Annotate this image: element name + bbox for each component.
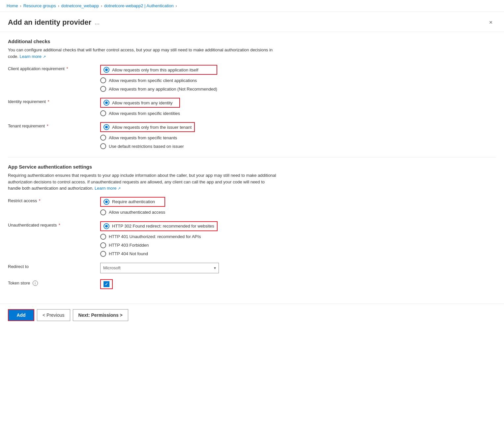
restrict-access-label-2: Allow unauthenticated access (109, 210, 165, 215)
client-application-label: Client application requirement * (8, 65, 100, 71)
app-service-desc: Requiring authentication ensures that re… (8, 172, 278, 192)
restrict-access-radio-2[interactable] (100, 209, 106, 215)
tenant-requirement-label: Tenant requirement * (8, 122, 100, 128)
required-marker-4: * (38, 198, 41, 203)
identity-req-radio-2[interactable] (100, 110, 106, 116)
restrict-access-options: Require authentication Allow unauthentic… (100, 197, 165, 215)
unauthenticated-requests-options: HTTP 302 Found redirect: recommended for… (100, 221, 218, 257)
unauth-req-option-4[interactable]: HTTP 404 Not found (100, 251, 218, 257)
unauth-req-option-3[interactable]: HTTP 403 Forbidden (100, 242, 218, 248)
tenant-req-label-3: Use default restrictions based on issuer (109, 144, 184, 149)
redirect-to-row: Redirect to Microsoft ▾ (8, 263, 496, 273)
page-container: Home › Resource groups › dotnetcore_weba… (0, 0, 504, 432)
redirect-to-value: Microsoft (103, 265, 121, 270)
unauth-req-radio-3[interactable] (100, 242, 106, 248)
section-divider (8, 157, 496, 157)
unauth-req-label-4: HTTP 404 Not found (109, 251, 148, 256)
tenant-req-radio-1[interactable] (104, 124, 109, 130)
token-store-label: Token store i (8, 279, 100, 286)
tenant-requirement-options: Allow requests only from the issuer tena… (100, 122, 195, 149)
panel-header: Add an identity provider ... × (0, 12, 504, 32)
client-app-radio-3[interactable] (100, 86, 106, 92)
chevron-down-icon: ▾ (214, 266, 216, 270)
client-app-label-3: Allow requests from any application (Not… (109, 87, 217, 92)
identity-requirement-options: Allow requests from any identity Allow r… (100, 98, 180, 116)
breadcrumb-bar: Home › Resource groups › dotnetcore_weba… (0, 0, 504, 12)
unauth-req-label-2: HTTP 401 Unauthorized: recommended for A… (109, 234, 201, 239)
client-app-label-1: Allow requests only from this applicatio… (112, 68, 198, 72)
external-link-icon-2: ↗ (118, 186, 121, 190)
client-app-option-3[interactable]: Allow requests from any application (Not… (100, 86, 217, 92)
required-marker: * (65, 66, 68, 71)
tenant-req-option-1[interactable]: Allow requests only from the issuer tena… (100, 122, 195, 132)
restrict-access-radio-1[interactable] (104, 199, 109, 205)
ellipsis-menu[interactable]: ... (95, 19, 100, 26)
tenant-req-option-3[interactable]: Use default restrictions based on issuer (100, 143, 195, 149)
unauth-req-label-3: HTTP 403 Forbidden (109, 243, 149, 248)
unauth-req-option-1[interactable]: HTTP 302 Found redirect: recommended for… (100, 221, 218, 231)
additional-checks-learn-more[interactable]: Learn more ↗ (19, 54, 45, 59)
redirect-to-label: Redirect to (8, 263, 100, 269)
identity-requirement-row: Identity requirement * Allow requests fr… (8, 98, 496, 116)
required-marker-2: * (46, 99, 49, 104)
identity-req-radio-1[interactable] (104, 100, 109, 106)
identity-req-label-2: Allow requests from specific identities (109, 111, 180, 116)
identity-requirement-label: Identity requirement * (8, 98, 100, 104)
breadcrumb-auth[interactable]: dotnetcore-webapp2 | Authentication (104, 3, 174, 8)
next-button[interactable]: Next: Permissions > (73, 309, 128, 321)
token-store-checkbox-highlighted[interactable] (100, 279, 113, 289)
required-marker-3: * (45, 123, 48, 128)
breadcrumb-sep-1: › (20, 4, 21, 8)
tenant-req-radio-3[interactable] (100, 143, 106, 149)
footer-bar: Add < Previous Next: Permissions > (0, 304, 504, 326)
unauth-req-option-2[interactable]: HTTP 401 Unauthorized: recommended for A… (100, 234, 218, 240)
unauthenticated-requests-label: Unauthenticated requests * (8, 221, 100, 228)
client-app-option-1[interactable]: Allow requests only from this applicatio… (100, 65, 217, 75)
client-app-radio-2[interactable] (100, 77, 106, 83)
page-title: Add an identity provider (8, 18, 91, 27)
unauth-req-label-1: HTTP 302 Found redirect: recommended for… (112, 224, 214, 229)
redirect-to-dropdown[interactable]: Microsoft ▾ (100, 263, 219, 273)
client-app-option-2[interactable]: Allow requests from specific client appl… (100, 77, 217, 83)
breadcrumb-home[interactable]: Home (7, 3, 18, 8)
client-application-options: Allow requests only from this applicatio… (100, 65, 217, 92)
additional-checks-section: Additional checks You can configure addi… (8, 39, 496, 149)
additional-checks-desc: You can configure additional checks that… (8, 47, 278, 60)
restrict-access-option-2[interactable]: Allow unauthenticated access (100, 209, 165, 215)
token-store-row: Token store i (8, 279, 496, 289)
additional-checks-title: Additional checks (8, 39, 496, 44)
token-store-checkbox[interactable] (104, 281, 109, 287)
restrict-access-label-1: Require authentication (112, 199, 155, 204)
close-button[interactable]: × (486, 17, 496, 28)
client-app-radio-1[interactable] (104, 67, 109, 73)
tenant-req-radio-2[interactable] (100, 135, 106, 141)
add-button[interactable]: Add (8, 309, 34, 321)
identity-req-option-2[interactable]: Allow requests from specific identities (100, 110, 180, 116)
client-application-row: Client application requirement * Allow r… (8, 65, 496, 92)
unauthenticated-requests-row: Unauthenticated requests * HTTP 302 Foun… (8, 221, 496, 257)
tenant-req-label-2: Allow requests from specific tenants (109, 135, 177, 140)
unauth-req-radio-4[interactable] (100, 251, 106, 257)
breadcrumb-webapp[interactable]: dotnetcore_webapp (61, 3, 99, 8)
breadcrumb-resource-groups[interactable]: Resource groups (23, 3, 56, 8)
breadcrumb: Home › Resource groups › dotnetcore_weba… (7, 3, 497, 8)
app-service-learn-more[interactable]: Learn more ↗ (95, 186, 121, 191)
unauth-req-radio-1[interactable] (104, 223, 109, 229)
identity-req-label-1: Allow requests from any identity (112, 100, 173, 105)
restrict-access-label: Restrict access * (8, 197, 100, 203)
identity-req-option-1[interactable]: Allow requests from any identity (100, 98, 180, 108)
breadcrumb-sep-2: › (58, 4, 59, 8)
tenant-requirement-row: Tenant requirement * Allow requests only… (8, 122, 496, 149)
tenant-req-label-1: Allow requests only from the issuer tena… (112, 125, 192, 130)
info-icon[interactable]: i (33, 281, 38, 286)
restrict-access-option-1[interactable]: Require authentication (100, 197, 165, 207)
tenant-req-option-2[interactable]: Allow requests from specific tenants (100, 135, 195, 141)
restrict-access-row: Restrict access * Require authentication… (8, 197, 496, 215)
previous-button[interactable]: < Previous (37, 309, 70, 321)
panel-title: Add an identity provider ... (8, 18, 100, 27)
unauth-req-radio-2[interactable] (100, 234, 106, 240)
required-marker-5: * (57, 223, 60, 228)
app-service-title: App Service authentication settings (8, 164, 496, 170)
app-service-section: App Service authentication settings Requ… (8, 164, 496, 289)
breadcrumb-sep-3: › (101, 4, 102, 8)
